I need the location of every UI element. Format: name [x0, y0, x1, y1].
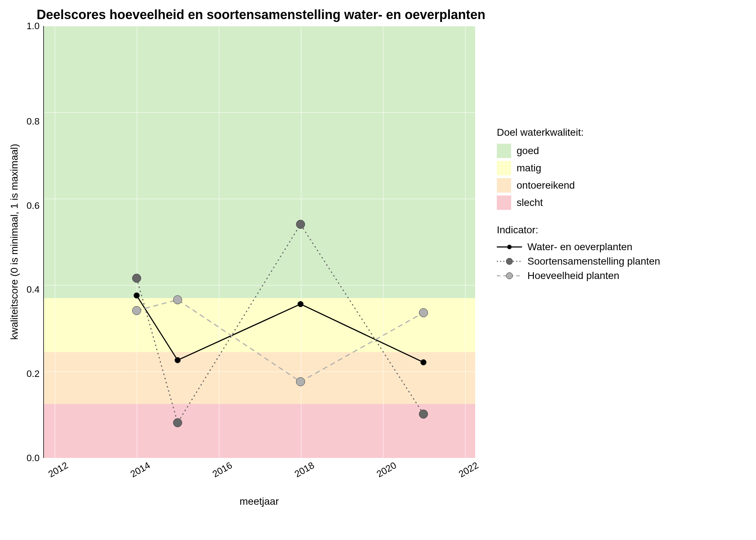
legend-series-item: Water- en oeverplanten	[497, 241, 660, 253]
y-tick-label: 1.0	[22, 21, 40, 32]
series-line-0	[137, 296, 424, 363]
series-line-1	[137, 224, 424, 423]
legend-series-label: Water- en oeverplanten	[527, 241, 633, 253]
data-point	[296, 220, 305, 229]
legend-band-label: ontoereikend	[517, 180, 575, 191]
x-tick-label: 2016	[211, 460, 234, 480]
x-tick-label: 2022	[457, 460, 481, 480]
y-axis-label: kwaliteitscore (0 is minimaal, 1 is maxi…	[7, 26, 22, 458]
svg-point-5	[506, 273, 513, 279]
data-point	[296, 377, 305, 386]
legend-swatch	[497, 144, 511, 158]
y-tick-label: 0.8	[22, 116, 40, 127]
x-tick-label: 2012	[46, 460, 70, 480]
data-point	[132, 274, 141, 283]
data-point	[419, 309, 428, 317]
data-point	[132, 306, 141, 315]
series-line-2	[137, 300, 424, 382]
legend: Doel waterkwaliteit: goedmatigontoereike…	[497, 112, 660, 526]
plot-column: 201220142016201820202022 meetjaar	[43, 26, 475, 526]
data-point	[134, 293, 140, 298]
svg-point-3	[506, 258, 513, 265]
data-point	[173, 418, 182, 427]
x-axis-label: meetjaar	[43, 496, 475, 507]
legend-band-item: slecht	[497, 195, 660, 210]
legend-band-item: goed	[497, 144, 660, 158]
data-point	[419, 410, 428, 418]
data-point	[298, 301, 303, 307]
x-tick-label: 2020	[375, 460, 399, 480]
legend-swatch	[497, 195, 511, 210]
legend-bands-title: Doel waterkwaliteit:	[497, 127, 660, 138]
legend-swatch	[497, 161, 511, 175]
legend-series-title: Indicator:	[497, 224, 660, 236]
chart-title: Deelscores hoeveelheid en soortensamenst…	[36, 7, 486, 22]
legend-line-sample	[497, 270, 522, 281]
y-tick-label: 0.2	[22, 368, 40, 379]
y-tick-label: 0.6	[22, 200, 40, 211]
legend-line-sample	[497, 256, 522, 267]
plot-svg	[44, 26, 475, 457]
plot-area	[43, 26, 475, 458]
legend-band-label: goed	[517, 145, 539, 157]
legend-series-item: Hoeveelheid planten	[497, 270, 660, 282]
legend-series-item: Soortensamenstelling planten	[497, 256, 660, 267]
data-point	[173, 296, 182, 304]
y-tick-label: 0.4	[22, 284, 40, 295]
legend-series-label: Hoeveelheid planten	[527, 270, 619, 282]
chart-body: kwaliteitscore (0 is minimaal, 1 is maxi…	[7, 26, 749, 526]
y-axis-ticks: 1.00.80.60.40.20.0	[22, 26, 43, 458]
y-tick-label: 0.0	[22, 452, 40, 463]
legend-swatch	[497, 178, 511, 193]
legend-band-item: ontoereikend	[497, 178, 660, 193]
legend-band-label: slecht	[517, 197, 543, 208]
x-tick-label: 2018	[293, 460, 316, 480]
svg-point-1	[507, 245, 512, 249]
legend-band-label: matig	[517, 162, 541, 174]
data-point	[175, 357, 180, 363]
chart-container: Deelscores hoeveelheid en soortensamenst…	[7, 7, 749, 533]
legend-line-sample	[497, 242, 522, 252]
x-tick-label: 2014	[129, 460, 152, 480]
legend-band-item: matig	[497, 161, 660, 175]
x-axis-ticks: 201220142016201820202022	[43, 460, 475, 481]
legend-series-label: Soortensamenstelling planten	[527, 256, 660, 267]
data-point	[420, 359, 426, 365]
